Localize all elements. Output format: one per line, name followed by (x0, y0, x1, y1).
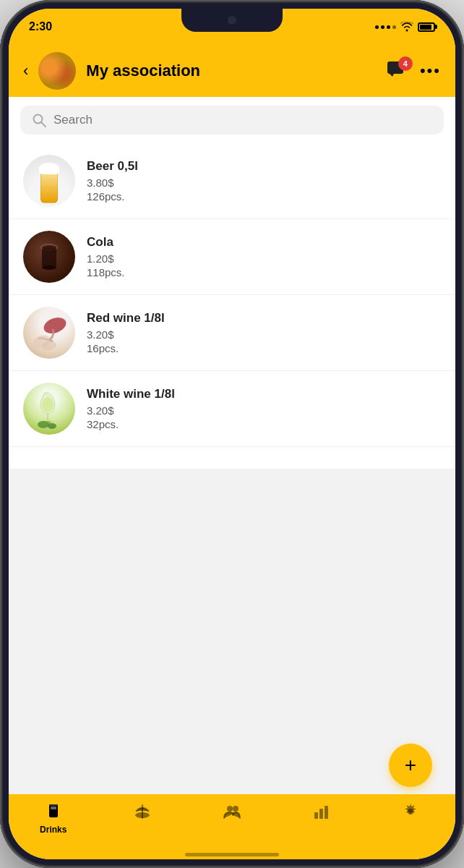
members-icon (222, 801, 242, 822)
stats-icon (312, 801, 332, 822)
status-icons (375, 22, 435, 32)
nav-label-drinks: Drinks (40, 825, 66, 835)
page-title: My association (86, 61, 377, 80)
nav-item-stats[interactable] (277, 801, 366, 825)
item-name: Beer 0,5l (87, 159, 441, 174)
cola-svg (35, 239, 64, 275)
wifi-icon (400, 22, 413, 32)
food-icon (132, 801, 152, 822)
home-indicator (185, 853, 279, 856)
search-container (9, 97, 455, 143)
signal-indicator (375, 25, 396, 29)
beer-image (23, 155, 75, 207)
content-area: Beer 0,5l 3.80$ 126pcs. (9, 97, 455, 794)
add-button[interactable]: + (389, 744, 432, 787)
svg-line-3 (41, 122, 46, 127)
status-time: 2:30 (29, 20, 52, 33)
svg-point-13 (44, 421, 51, 425)
svg-rect-15 (51, 807, 56, 809)
nav-item-drinks[interactable]: Drinks (9, 801, 98, 835)
svg-rect-22 (319, 809, 323, 819)
svg-point-20 (233, 806, 239, 812)
drinks-icon (43, 801, 64, 822)
phone-frame: 2:30 (0, 0, 464, 868)
item-info: Beer 0,5l 3.80$ 126pcs. (87, 159, 441, 203)
item-info: White wine 1/8l 3.20$ 32pcs. (87, 387, 441, 430)
nav-item-food[interactable] (98, 801, 188, 825)
item-name: Red wine 1/8l (87, 311, 441, 326)
more-button[interactable]: ••• (420, 61, 441, 80)
screen: 2:30 (9, 9, 455, 859)
list-item[interactable]: Cola 1.20$ 118pcs. (9, 219, 455, 295)
item-price: 3.80$ (87, 176, 441, 189)
items-list: Beer 0,5l 3.80$ 126pcs. (9, 143, 455, 469)
item-info: Red wine 1/8l 3.20$ 16pcs. (87, 311, 441, 354)
svg-marker-1 (390, 74, 394, 77)
fab-container: + (389, 744, 432, 787)
header-actions: 4 ••• (387, 61, 441, 81)
item-quantity: 32pcs. (87, 418, 441, 430)
dot-3 (387, 25, 390, 29)
item-price: 3.20$ (87, 328, 441, 341)
avatar (38, 52, 76, 90)
search-input[interactable] (53, 113, 432, 127)
item-quantity: 16pcs. (87, 342, 441, 354)
item-price: 1.20$ (87, 252, 441, 265)
cola-image (23, 231, 75, 283)
battery-fill (420, 25, 431, 30)
item-quantity: 126pcs. (87, 190, 441, 203)
svg-point-6 (42, 245, 56, 250)
svg-point-8 (42, 315, 69, 336)
svg-rect-23 (325, 806, 328, 819)
bottom-nav: Drinks (9, 794, 455, 859)
item-info: Cola 1.20$ 118pcs. (87, 235, 441, 278)
avatar-image (38, 52, 76, 90)
battery-icon (418, 22, 435, 32)
svg-point-7 (42, 265, 56, 270)
header: ‹ My association 4 ••• (9, 45, 455, 97)
svg-rect-5 (42, 247, 56, 268)
notifications-button[interactable]: 4 (387, 61, 407, 81)
item-quantity: 118pcs. (87, 266, 441, 278)
redwine-image (23, 307, 75, 359)
list-item[interactable]: Beer 0,5l 3.80$ 126pcs. (9, 143, 455, 219)
whitewine-image (23, 383, 75, 435)
item-name: Cola (87, 235, 441, 250)
search-icon (32, 113, 46, 127)
nav-item-members[interactable] (187, 801, 277, 825)
svg-rect-21 (314, 812, 318, 819)
notch (181, 9, 283, 32)
svg-rect-16 (49, 804, 58, 806)
camera (228, 16, 236, 25)
item-name: White wine 1/8l (87, 387, 441, 401)
dot-2 (381, 25, 384, 29)
dot-4 (392, 25, 396, 29)
settings-icon (400, 801, 421, 822)
dot-1 (375, 25, 379, 29)
svg-point-19 (227, 806, 233, 812)
list-item[interactable]: Red wine 1/8l 3.20$ 16pcs. (9, 295, 455, 371)
list-item[interactable]: White wine 1/8l 3.20$ 32pcs. (9, 371, 455, 447)
search-bar (20, 106, 444, 135)
notification-badge: 4 (398, 56, 413, 71)
redwine-svg (27, 311, 71, 354)
whitewine-svg (27, 387, 71, 430)
item-price: 3.20$ (87, 404, 441, 417)
svg-rect-14 (49, 804, 58, 817)
back-button[interactable]: ‹ (23, 61, 28, 80)
nav-item-settings[interactable] (366, 801, 455, 825)
